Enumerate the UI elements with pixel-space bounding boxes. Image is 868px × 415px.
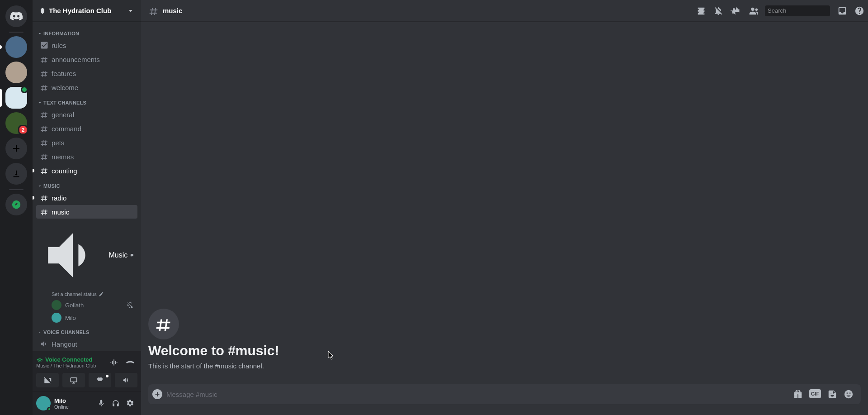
voice-channel-label: Music (108, 251, 127, 259)
voice-status[interactable]: Voice Connected Music / The Hydration Cl… (36, 356, 107, 368)
category-label: VOICE CHANNELS (43, 329, 89, 335)
deafen-icon (127, 301, 134, 309)
hash-icon (148, 5, 159, 16)
hash-icon (40, 152, 49, 161)
avatar (52, 300, 61, 310)
message-form: + GIF (141, 384, 868, 415)
emoji-button[interactable] (844, 389, 854, 399)
voice-user-label: Goliath (65, 302, 84, 309)
hangup-icon (126, 358, 135, 367)
category-header-music[interactable]: MUSIC (36, 181, 137, 191)
deafen-button[interactable] (108, 396, 123, 410)
search-input[interactable] (768, 7, 844, 14)
speaker-icon (40, 221, 106, 289)
channels-scroll[interactable]: INFORMATION rules announcements features… (33, 22, 141, 351)
guild-separator-2 (9, 189, 24, 190)
voice-user-goliath[interactable]: Goliath (36, 299, 137, 311)
channel-label: pets (52, 139, 64, 147)
guild-item-1[interactable] (5, 36, 27, 58)
download-apps-button[interactable] (5, 163, 27, 185)
category-label: TEXT CHANNELS (43, 100, 86, 105)
welcome-hash-icon (148, 309, 179, 339)
avatar (52, 313, 61, 323)
channel-label: rules (52, 42, 66, 49)
channel-radio[interactable]: radio (36, 191, 137, 205)
inbox-button[interactable] (837, 6, 847, 16)
activity-icon (96, 376, 104, 384)
guild-item-4[interactable]: 2 (5, 112, 27, 134)
gif-button[interactable]: GIF (809, 389, 821, 398)
soundboard-button[interactable] (115, 373, 137, 387)
notifications-button[interactable] (713, 6, 723, 16)
hash-icon (40, 55, 49, 64)
chat-content: Welcome to #music! This is the start of … (141, 22, 868, 384)
sticker-button[interactable] (827, 389, 837, 399)
channel-general[interactable]: general (36, 108, 137, 121)
gear-icon (126, 399, 134, 407)
channel-pets[interactable]: pets (36, 136, 137, 149)
headphones-icon (112, 399, 120, 407)
server-name: The Hydration Club (49, 7, 111, 14)
mic-icon (97, 399, 105, 407)
gift-button[interactable] (793, 389, 803, 399)
chat-bubble-icon[interactable] (130, 221, 134, 289)
channel-features[interactable]: features (36, 67, 137, 80)
category-label: INFORMATION (43, 31, 79, 36)
mute-button[interactable] (94, 396, 108, 410)
activity-button[interactable] (89, 373, 111, 387)
threads-button[interactable] (696, 6, 706, 16)
voice-channel-row[interactable]: Music (36, 219, 137, 291)
online-status-icon (47, 407, 52, 411)
channel-command[interactable]: command (36, 122, 137, 135)
voice-user-milo[interactable]: Milo (36, 311, 137, 324)
search-box[interactable] (765, 5, 830, 16)
channel-rules[interactable]: rules (36, 38, 137, 52)
channel-music[interactable]: music (36, 205, 137, 219)
user-panel: Milo Online (33, 391, 141, 415)
download-icon (11, 169, 21, 179)
guild-separator (9, 32, 24, 33)
noise-suppression-button[interactable] (107, 355, 121, 369)
category-header-voice-channels[interactable]: VOICE CHANNELS (36, 328, 137, 337)
welcome-subtitle: This is the start of the #music channel. (148, 362, 861, 370)
channel-label: welcome (52, 84, 78, 91)
chat-area: music Welcome to #music! This (141, 0, 868, 415)
screen-share-button[interactable] (62, 373, 85, 387)
compass-icon (11, 200, 21, 210)
voice-indicator-icon (21, 86, 28, 93)
channel-label: counting (52, 167, 77, 175)
voice-channel-hangout[interactable]: Hangout (36, 337, 137, 351)
home-button[interactable] (5, 5, 27, 27)
category-header-text-channels[interactable]: TEXT CHANNELS (36, 98, 137, 107)
channel-counting[interactable]: counting (36, 164, 137, 177)
guild-item-selected[interactable] (5, 87, 27, 109)
voice-channel-status[interactable]: Set a channel status (36, 291, 137, 299)
hash-icon (40, 138, 49, 147)
user-avatar[interactable] (36, 396, 51, 410)
channel-welcome[interactable]: welcome (36, 81, 137, 94)
server-header[interactable]: The Hydration Club (33, 0, 141, 22)
add-server-button[interactable] (5, 138, 27, 159)
voice-location-label: Music / The Hydration Club (36, 363, 107, 368)
voice-connected-label: Voice Connected (45, 356, 93, 363)
channel-label: Hangout (52, 340, 77, 348)
channel-memes[interactable]: memes (36, 150, 137, 163)
plus-icon (11, 143, 22, 154)
hash-icon (40, 83, 49, 92)
user-settings-button[interactable] (123, 396, 137, 410)
channel-announcements[interactable]: announcements (36, 52, 137, 66)
category-label: MUSIC (43, 183, 60, 189)
help-button[interactable] (854, 6, 864, 16)
user-info[interactable]: Milo Online (54, 397, 90, 410)
category-header-information[interactable]: INFORMATION (36, 29, 137, 38)
guild-item-2[interactable] (5, 62, 27, 83)
explore-servers-button[interactable] (5, 194, 27, 215)
members-button[interactable] (748, 6, 758, 16)
message-input[interactable] (166, 386, 789, 403)
channel-label: general (52, 111, 74, 119)
attach-button[interactable]: + (148, 384, 166, 404)
video-button[interactable] (36, 373, 59, 387)
rules-icon (40, 41, 49, 50)
pinned-button[interactable] (731, 6, 741, 16)
disconnect-button[interactable] (123, 355, 137, 369)
